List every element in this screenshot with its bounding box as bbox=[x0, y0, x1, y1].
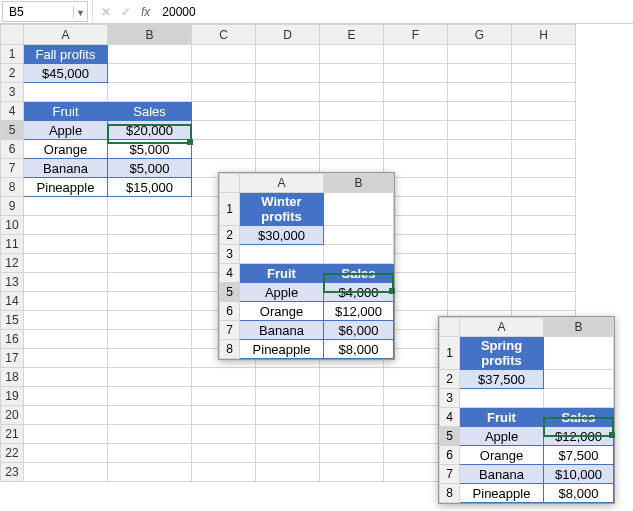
row-header[interactable]: 8 bbox=[1, 178, 24, 197]
row-header[interactable]: 16 bbox=[1, 330, 24, 349]
col-header-A[interactable]: A bbox=[240, 174, 324, 193]
cell[interactable]: Winter profits bbox=[240, 193, 324, 226]
col-header-D[interactable]: D bbox=[256, 25, 320, 45]
cell[interactable] bbox=[512, 121, 576, 140]
cell[interactable]: Spring profits bbox=[460, 337, 544, 370]
cell[interactable] bbox=[108, 368, 192, 387]
cell[interactable] bbox=[320, 140, 384, 159]
cell[interactable] bbox=[108, 64, 192, 83]
cell[interactable] bbox=[108, 349, 192, 368]
cell[interactable] bbox=[108, 216, 192, 235]
row-header[interactable]: 2 bbox=[1, 64, 24, 83]
row-header[interactable]: 14 bbox=[1, 292, 24, 311]
cell[interactable]: Orange bbox=[240, 302, 324, 321]
cell[interactable] bbox=[320, 102, 384, 121]
cell[interactable] bbox=[448, 83, 512, 102]
cell[interactable]: $12,000 bbox=[544, 427, 614, 446]
cell[interactable] bbox=[192, 425, 256, 444]
cell[interactable]: Pineapple bbox=[460, 484, 544, 503]
cell[interactable] bbox=[256, 425, 320, 444]
cell[interactable]: Sales bbox=[544, 408, 614, 427]
col-header-B[interactable]: B bbox=[108, 25, 192, 45]
cell[interactable]: Apple bbox=[24, 121, 108, 140]
row-header[interactable]: 21 bbox=[1, 425, 24, 444]
cell[interactable] bbox=[24, 197, 108, 216]
cell[interactable] bbox=[192, 64, 256, 83]
cell[interactable]: Pineapple bbox=[240, 340, 324, 359]
cell[interactable]: $6,000 bbox=[324, 321, 394, 340]
cell[interactable] bbox=[24, 406, 108, 425]
cell[interactable] bbox=[108, 387, 192, 406]
cell[interactable]: Pineapple bbox=[24, 178, 108, 197]
cell[interactable]: $10,000 bbox=[544, 465, 614, 484]
cell[interactable] bbox=[512, 216, 576, 235]
cell[interactable] bbox=[512, 292, 576, 311]
cell[interactable]: $7,500 bbox=[544, 446, 614, 465]
cell[interactable] bbox=[192, 83, 256, 102]
select-all-corner[interactable] bbox=[220, 174, 240, 193]
cell[interactable] bbox=[108, 254, 192, 273]
cell[interactable] bbox=[24, 387, 108, 406]
cell[interactable]: $15,000 bbox=[108, 178, 192, 197]
cell[interactable] bbox=[320, 83, 384, 102]
row-header[interactable]: 7 bbox=[1, 159, 24, 178]
select-all-corner[interactable] bbox=[1, 25, 24, 45]
cell[interactable] bbox=[24, 83, 108, 102]
cell[interactable] bbox=[108, 425, 192, 444]
cancel-icon[interactable]: ✕ bbox=[101, 5, 111, 19]
cell[interactable] bbox=[512, 83, 576, 102]
row-header[interactable]: 4 bbox=[220, 264, 240, 283]
cell[interactable] bbox=[512, 235, 576, 254]
row-header[interactable]: 9 bbox=[1, 197, 24, 216]
cell[interactable] bbox=[448, 216, 512, 235]
cell[interactable] bbox=[108, 45, 192, 64]
row-header[interactable]: 5 bbox=[1, 121, 24, 140]
cell[interactable] bbox=[108, 273, 192, 292]
cell[interactable]: Apple bbox=[460, 427, 544, 446]
cell[interactable] bbox=[448, 178, 512, 197]
cell[interactable] bbox=[320, 121, 384, 140]
cell[interactable] bbox=[512, 273, 576, 292]
cell[interactable]: $5,000 bbox=[108, 159, 192, 178]
col-header-G[interactable]: G bbox=[448, 25, 512, 45]
cell[interactable]: $8,000 bbox=[324, 340, 394, 359]
cell[interactable] bbox=[512, 178, 576, 197]
cell[interactable] bbox=[512, 197, 576, 216]
cell[interactable] bbox=[192, 140, 256, 159]
cell[interactable]: $4,000 bbox=[324, 283, 394, 302]
cell[interactable] bbox=[384, 140, 448, 159]
cell[interactable] bbox=[192, 102, 256, 121]
col-header-H[interactable]: H bbox=[512, 25, 576, 45]
row-header[interactable]: 6 bbox=[440, 446, 460, 465]
cell[interactable]: $37,500 bbox=[460, 370, 544, 389]
cell[interactable] bbox=[448, 197, 512, 216]
cell[interactable] bbox=[324, 226, 394, 245]
row-header[interactable]: 12 bbox=[1, 254, 24, 273]
cell[interactable] bbox=[460, 389, 544, 408]
row-header[interactable]: 5 bbox=[220, 283, 240, 302]
cell[interactable] bbox=[448, 102, 512, 121]
cell[interactable] bbox=[256, 463, 320, 482]
cell[interactable] bbox=[384, 83, 448, 102]
col-header-B[interactable]: B bbox=[324, 174, 394, 193]
chevron-down-icon[interactable]: ▼ bbox=[73, 6, 87, 18]
row-header[interactable]: 7 bbox=[440, 465, 460, 484]
cell[interactable] bbox=[512, 140, 576, 159]
row-header[interactable]: 1 bbox=[220, 193, 240, 226]
cell[interactable] bbox=[324, 193, 394, 226]
cell[interactable]: Banana bbox=[24, 159, 108, 178]
cell[interactable] bbox=[256, 64, 320, 83]
accept-icon[interactable]: ✓ bbox=[121, 5, 131, 19]
cell[interactable]: Banana bbox=[240, 321, 324, 340]
cell[interactable] bbox=[24, 463, 108, 482]
cell[interactable] bbox=[24, 444, 108, 463]
cell[interactable] bbox=[256, 102, 320, 121]
cell[interactable] bbox=[512, 254, 576, 273]
cell[interactable]: Sales bbox=[324, 264, 394, 283]
cell[interactable]: $45,000 bbox=[24, 64, 108, 83]
cell[interactable] bbox=[544, 370, 614, 389]
row-header[interactable]: 8 bbox=[440, 484, 460, 503]
cell[interactable] bbox=[256, 406, 320, 425]
row-header[interactable]: 3 bbox=[1, 83, 24, 102]
row-header[interactable]: 4 bbox=[1, 102, 24, 121]
